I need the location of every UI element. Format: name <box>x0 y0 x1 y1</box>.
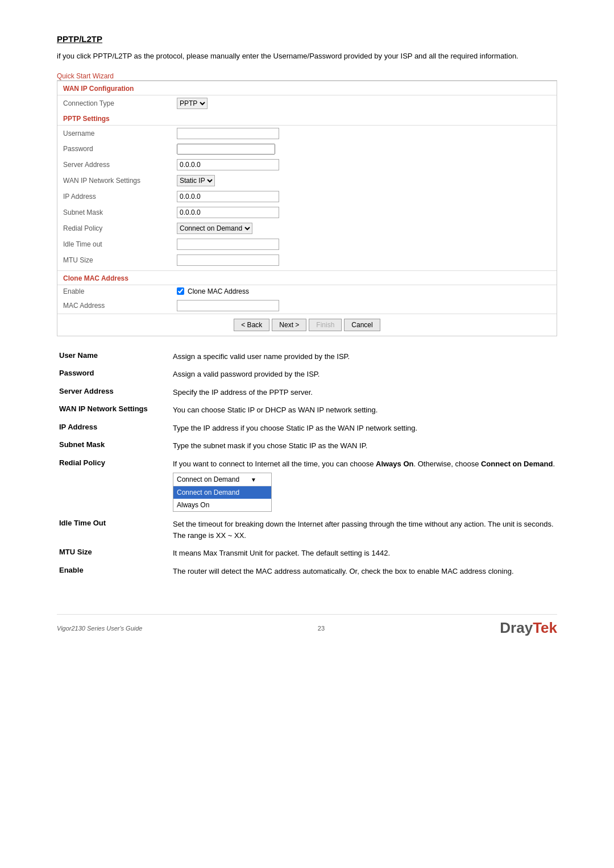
desc-row-password: Password Assign a valid password provide… <box>57 365 557 383</box>
wan-ip-label: WAN IP Network Settings <box>57 173 171 189</box>
mac-address-label: MAC Address <box>57 298 171 314</box>
desc-def-mtu-size: It means Max Transmit Unit for packet. T… <box>171 544 557 562</box>
desc-def-redial-policy-bold1: Always On <box>376 460 413 468</box>
description-section: User Name Assign a specific valid user n… <box>57 348 557 581</box>
clone-mac-checkbox-label[interactable]: Clone MAC Address <box>177 287 551 295</box>
redial-policy-label: Redial Policy <box>57 220 171 236</box>
desc-def-wan-ip: You can choose Static IP or DHCP as WAN … <box>171 401 557 419</box>
intro-text: if you click PPTP/L2TP as the protocol, … <box>57 51 557 62</box>
desc-def-redial-policy: If you want to connect to Internet all t… <box>171 455 557 516</box>
desc-def-redial-policy-part3: . <box>553 460 555 468</box>
finish-button[interactable]: Finish <box>309 319 342 331</box>
desc-term-idle-timeout: Idle Time Out <box>57 515 171 544</box>
desc-row-subnet-mask: Subnet Mask Type the subnet mask if you … <box>57 437 557 455</box>
connection-type-select[interactable]: PPTP <box>177 98 208 109</box>
desc-row-ip-address: IP Address Type the IP address if you ch… <box>57 419 557 437</box>
button-row: < Back Next > Finish Cancel <box>57 314 557 336</box>
desc-row-wan-ip: WAN IP Network Settings You can choose S… <box>57 401 557 419</box>
mtu-size-label: MTU Size <box>57 252 171 268</box>
wan-ip-section-title: WAN IP Configuration <box>57 81 557 95</box>
brand-tek: Tek <box>533 619 557 636</box>
desc-def-password: Assign a valid password provided by the … <box>171 365 557 383</box>
idle-timeout-input[interactable] <box>177 239 279 250</box>
clone-mac-label: Clone MAC Address <box>188 287 249 295</box>
username-label: Username <box>57 126 171 141</box>
wizard-box: WAN IP Configuration Connection Type PPT… <box>57 81 557 336</box>
footer-brand: DrayTek <box>500 619 557 637</box>
clone-mac-checkbox[interactable] <box>177 287 184 295</box>
desc-row-enable: Enable The router will detect the MAC ad… <box>57 562 557 581</box>
server-address-label: Server Address <box>57 157 171 173</box>
desc-row-mtu-size: MTU Size It means Max Transmit Unit for … <box>57 544 557 562</box>
idle-timeout-label: Idle Time out <box>57 236 171 252</box>
redial-policy-select[interactable]: Connect on Demand Always On <box>177 223 252 234</box>
cancel-button[interactable]: Cancel <box>344 319 380 331</box>
subnet-mask-input[interactable] <box>177 207 279 218</box>
back-button[interactable]: < Back <box>234 319 269 331</box>
password-input[interactable] <box>177 144 275 155</box>
subnet-mask-label: Subnet Mask <box>57 205 171 220</box>
desc-def-redial-policy-part1: If you want to connect to Internet all t… <box>173 460 376 468</box>
desc-def-subnet-mask: Type the subnet mask if you chose Static… <box>171 437 557 455</box>
desc-term-mtu-size: MTU Size <box>57 544 171 562</box>
dropdown-arrow-icon: ▼ <box>251 475 256 484</box>
desc-def-redial-policy-part2: . Otherwise, choose <box>413 460 481 468</box>
desc-term-ip-address: IP Address <box>57 419 171 437</box>
desc-def-username: Assign a specific valid user name provid… <box>171 348 557 366</box>
dropdown-option-2[interactable]: Always On <box>173 499 271 511</box>
mac-address-input[interactable] <box>177 300 279 311</box>
pptp-settings-title: PPTP Settings <box>57 111 557 126</box>
desc-term-password: Password <box>57 365 171 383</box>
server-address-input[interactable] <box>177 159 279 170</box>
desc-def-enable: The router will detect the MAC address a… <box>171 562 557 581</box>
desc-def-redial-policy-bold2: Connect on Demand <box>481 460 553 468</box>
desc-row-server-address: Server Address Specify the IP address of… <box>57 383 557 402</box>
desc-term-server-address: Server Address <box>57 383 171 402</box>
dropdown-selected-text: Connect on Demand <box>177 474 239 485</box>
footer-guide-text: Vigor2130 Series User's Guide <box>57 625 142 632</box>
desc-term-enable: Enable <box>57 562 171 581</box>
ip-address-input[interactable] <box>177 191 279 202</box>
desc-row-redial-policy: Redial Policy If you want to connect to … <box>57 455 557 516</box>
mtu-size-input[interactable] <box>177 254 279 266</box>
desc-def-server-address: Specify the IP address of the PPTP serve… <box>171 383 557 402</box>
desc-term-redial-policy: Redial Policy <box>57 455 171 516</box>
username-input[interactable] <box>177 128 279 139</box>
dropdown-preview[interactable]: Connect on Demand ▼ Connect on Demand Al… <box>173 473 272 512</box>
ip-address-label: IP Address <box>57 189 171 205</box>
footer-page-number: 23 <box>318 625 325 632</box>
clone-mac-title: Clone MAC Address <box>57 271 557 285</box>
desc-row-idle-timeout: Idle Time Out Set the timeout for breaki… <box>57 515 557 544</box>
desc-term-subnet-mask: Subnet Mask <box>57 437 171 455</box>
desc-def-ip-address: Type the IP address if you choose Static… <box>171 419 557 437</box>
brand-dray: Dray <box>500 619 533 636</box>
desc-term-username: User Name <box>57 348 171 366</box>
quick-start-link[interactable]: Quick Start Wizard <box>57 72 557 80</box>
dropdown-option-highlighted[interactable]: Connect on Demand <box>173 486 271 499</box>
password-label: Password <box>57 141 171 157</box>
connection-type-label: Connection Type <box>57 95 171 111</box>
page-title: PPTP/L2TP <box>57 34 557 44</box>
next-button[interactable]: Next > <box>272 319 306 331</box>
enable-label: Enable <box>57 285 171 298</box>
desc-term-wan-ip: WAN IP Network Settings <box>57 401 171 419</box>
dropdown-selected-row: Connect on Demand ▼ <box>173 473 271 486</box>
wan-ip-select[interactable]: Static IP DHCP <box>177 175 215 186</box>
desc-def-idle-timeout: Set the timeout for breaking down the In… <box>171 515 557 544</box>
desc-row-username: User Name Assign a specific valid user n… <box>57 348 557 366</box>
